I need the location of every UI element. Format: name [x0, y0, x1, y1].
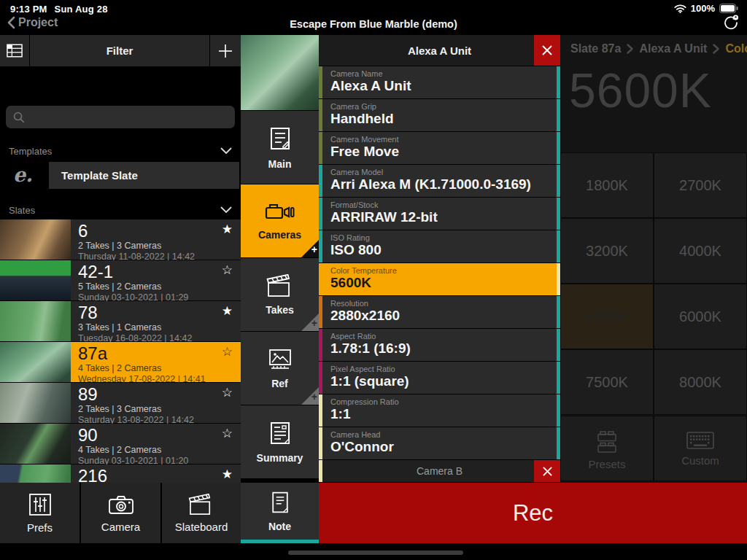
- slate-row-42-1[interactable]: 42-15 Takes | 2 CamerasSunday 03-10-2021…: [0, 260, 241, 300]
- option-7500k[interactable]: 7500K: [560, 349, 654, 415]
- field-color-temperature-selected[interactable]: Color Temperature5600K: [319, 263, 560, 295]
- field-camera-grip[interactable]: Camera GripHandheld: [319, 99, 560, 131]
- star-icon[interactable]: ★: [222, 303, 233, 319]
- slates-section-header[interactable]: Slates: [0, 200, 241, 220]
- chevron-right-icon: [627, 44, 633, 54]
- slate-row-216[interactable]: 2162 Takes | 1 CamerasSunday 03-10-2021 …: [0, 464, 241, 483]
- slate-row-78[interactable]: 783 Takes | 1 CamerasTuesday 16-08-2022 …: [0, 301, 241, 341]
- plus-icon: +: [311, 244, 317, 254]
- field-iso-rating[interactable]: ISO RatingISO 800: [319, 230, 560, 262]
- slate-row-90[interactable]: 904 Takes | 2 CamerasSunday 03-10-2021 |…: [0, 424, 241, 464]
- star-icon[interactable]: ☆: [222, 426, 233, 441]
- star-icon[interactable]: ☆: [222, 344, 233, 359]
- option-2700k[interactable]: 2700K: [654, 152, 747, 218]
- slate-meta: 2 Takes | 3 Cameras: [78, 241, 241, 251]
- tab-takes-label: Takes: [266, 304, 294, 316]
- slate-row-6[interactable]: 62 Takes | 3 CamerasThursday 11-08-2022 …: [0, 219, 241, 260]
- close-camera-panel-button[interactable]: [534, 35, 560, 66]
- template-slate-item[interactable]: Template Slate: [49, 162, 239, 189]
- photo-camera-icon: [107, 494, 135, 516]
- option-4000k[interactable]: 4000K: [654, 218, 747, 284]
- tab-takes[interactable]: Takes +: [241, 258, 319, 331]
- tab-summary[interactable]: Summary: [241, 405, 319, 478]
- slateboard-button[interactable]: Slateboard: [162, 483, 241, 543]
- star-icon[interactable]: ★: [222, 222, 233, 237]
- field-compression-ratio[interactable]: Compression Ratio1:1: [319, 394, 560, 427]
- prefs-button[interactable]: Prefs: [0, 483, 80, 543]
- field-format-stock[interactable]: Format/StockARRIRAW 12-bit: [319, 198, 560, 230]
- field-value: 5600K: [330, 275, 553, 291]
- slate-meta: 4 Takes | 2 Cameras: [78, 363, 241, 373]
- camera-panel-header: Alexa A Unit: [319, 35, 560, 66]
- tab-ref[interactable]: Ref +: [241, 332, 319, 405]
- add-ref-corner[interactable]: +: [301, 387, 319, 405]
- field-camera-name[interactable]: Camera NameAlexa A Unit: [319, 66, 560, 98]
- table-icon: [7, 44, 23, 58]
- field-value: Alexa A Unit: [330, 78, 553, 94]
- field-value: O'Connor: [330, 439, 553, 455]
- option-8000k[interactable]: 8000K: [654, 349, 747, 415]
- tab-main-label: Main: [268, 158, 292, 170]
- plus-icon: +: [311, 318, 317, 328]
- field-resolution[interactable]: Resolution2880x2160: [319, 296, 560, 328]
- option-6000k[interactable]: 6000K: [654, 284, 747, 349]
- filter-label: Filter: [107, 44, 133, 57]
- prefs-label: Prefs: [27, 521, 53, 534]
- breadcrumb-camera[interactable]: Alexa A Unit: [639, 42, 707, 55]
- camera-b-bar[interactable]: Camera B: [319, 460, 560, 482]
- field-aspect-ratio[interactable]: Aspect Ratio1.78:1 (16:9): [319, 329, 560, 361]
- star-icon[interactable]: ☆: [222, 385, 233, 400]
- presets-button[interactable]: Presets: [560, 416, 654, 481]
- field-camera-movement[interactable]: Camera MovementFree Move: [319, 132, 560, 164]
- filter-button[interactable]: Filter: [30, 35, 209, 66]
- field-camera-head[interactable]: Camera HeadO'Connor: [319, 427, 560, 459]
- summary-doc-icon: [267, 421, 293, 446]
- tab-note[interactable]: Note: [241, 483, 319, 543]
- add-camera-corner[interactable]: +: [301, 240, 319, 257]
- add-take-corner[interactable]: +: [301, 314, 319, 331]
- camera-label: Camera: [101, 521, 140, 533]
- slate-title: 216: [78, 467, 241, 483]
- slate-thumbnail: [0, 260, 71, 300]
- slate-thumbnail: [0, 383, 71, 423]
- option-3200k[interactable]: 3200K: [560, 218, 654, 284]
- plus-icon: +: [311, 392, 317, 402]
- keyboard-icon: [686, 431, 715, 450]
- table-view-button[interactable]: [0, 35, 29, 66]
- slate-title: 87a: [78, 345, 241, 362]
- tab-cameras-selected[interactable]: Cameras +: [241, 184, 319, 257]
- field-camera-model[interactable]: Camera ModelArri Alexa M (K1.71000.0-316…: [319, 165, 560, 197]
- status-date: Sun Aug 28: [55, 4, 108, 15]
- slate-row-87a-selected[interactable]: 87a4 Takes | 2 CamerasWednesday 17-08-20…: [0, 342, 241, 382]
- tab-ref-label: Ref: [271, 378, 288, 389]
- tab-main[interactable]: Main: [241, 111, 319, 184]
- wifi-icon: [674, 4, 686, 13]
- current-color-temp-value: 5600K: [569, 63, 712, 118]
- rec-label: Rec: [513, 500, 553, 526]
- camera-capture-button[interactable]: Camera: [81, 483, 160, 543]
- custom-button[interactable]: Custom: [654, 416, 747, 481]
- search-input[interactable]: [6, 106, 235, 128]
- note-icon: [268, 490, 292, 515]
- field-value: Handheld: [330, 111, 553, 127]
- star-icon[interactable]: ★: [222, 467, 233, 482]
- breadcrumb-slate[interactable]: Slate 87a: [570, 42, 621, 55]
- sync-button[interactable]: [721, 13, 740, 32]
- option-1800k[interactable]: 1800K: [560, 152, 654, 218]
- option-5600k-selected[interactable]: 5600K: [560, 284, 654, 349]
- templates-section-header[interactable]: Templates: [0, 141, 241, 161]
- status-time-date: 9:13 PMSun Aug 28: [10, 4, 115, 15]
- camera-b-label: Camera B: [417, 465, 462, 477]
- rec-button[interactable]: Rec: [319, 483, 747, 543]
- close-camera-b-button[interactable]: [534, 460, 560, 482]
- home-indicator[interactable]: [288, 551, 463, 555]
- field-pixel-aspect-ratio[interactable]: Pixel Aspect Ratio1:1 (square): [319, 362, 560, 394]
- chevron-down-icon: [220, 147, 232, 155]
- star-icon[interactable]: ☆: [222, 262, 233, 278]
- field-value: ISO 800: [330, 242, 553, 258]
- slate-row-89[interactable]: 892 Takes | 3 CamerasSaturday 13-08-2022…: [0, 383, 241, 423]
- slate-title: 89: [78, 386, 241, 403]
- field-value: 1.78:1 (16:9): [330, 341, 553, 357]
- field-label: Pixel Aspect Ratio: [330, 365, 553, 373]
- add-slate-button[interactable]: [210, 35, 241, 66]
